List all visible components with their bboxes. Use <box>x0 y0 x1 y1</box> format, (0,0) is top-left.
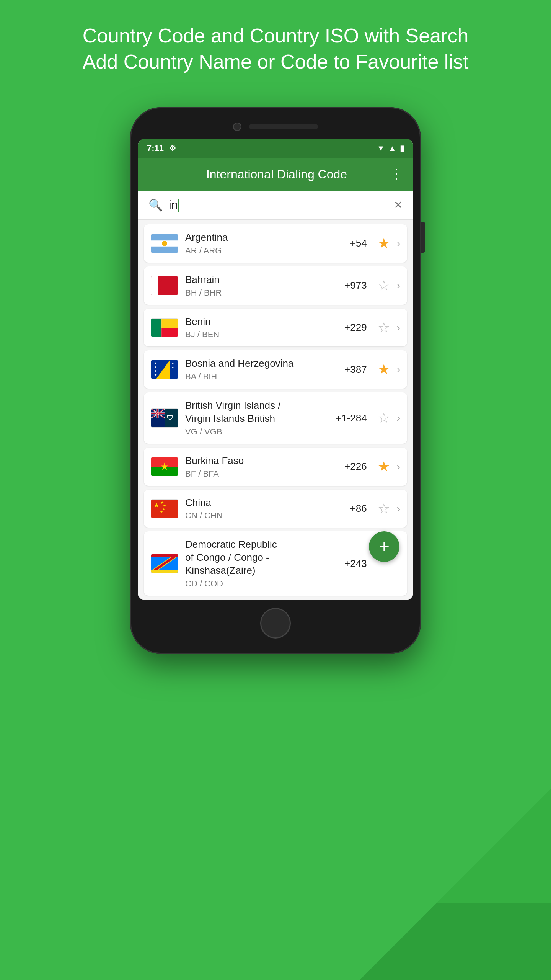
list-item[interactable]: Benin BJ / BEN +229 ☆ › <box>144 309 407 347</box>
flag-burkina <box>151 457 178 476</box>
svg-rect-7 <box>161 318 178 327</box>
country-code: +387 <box>333 364 367 376</box>
battery-icon: ▮ <box>400 144 404 153</box>
svg-rect-8 <box>161 328 178 337</box>
flag-china: ★ ★ ★ ★ ★ <box>151 499 178 518</box>
chevron-right-icon: › <box>397 461 400 473</box>
search-bar: 🔍 in ✕ <box>138 191 413 220</box>
flag-bahrain <box>151 276 178 295</box>
svg-text:★: ★ <box>171 366 174 369</box>
flag-benin <box>151 318 178 337</box>
svg-rect-43 <box>151 554 178 557</box>
svg-text:★: ★ <box>154 373 157 377</box>
country-code: +226 <box>333 461 367 472</box>
flag-bosnia: ★ ★ ★ ★ ★ ★ <box>151 360 178 379</box>
country-iso: AR / ARG <box>185 246 326 256</box>
country-info: China CN / CHN <box>185 497 326 521</box>
country-info: Argentina AR / ARG <box>185 231 326 256</box>
list-item[interactable]: Democratic Republicof Congo / Congo -Kin… <box>144 531 407 595</box>
svg-text:★: ★ <box>154 362 157 366</box>
favourite-button[interactable]: ★ <box>378 237 390 250</box>
add-button[interactable]: + <box>369 531 399 562</box>
country-name: British Virgin Islands /Virgin Islands B… <box>185 399 326 425</box>
camera <box>233 122 241 131</box>
flag-argentina <box>151 234 178 253</box>
clear-search-button[interactable]: ✕ <box>394 199 403 211</box>
chevron-right-icon: › <box>397 363 400 376</box>
country-name: Bahrain <box>185 273 326 286</box>
chevron-right-icon: › <box>397 412 400 424</box>
flag-bvi: 🛡 <box>151 408 178 428</box>
country-name: Democratic Republicof Congo / Congo -Kin… <box>185 538 326 577</box>
country-info: Benin BJ / BEN <box>185 315 326 340</box>
svg-text:🛡: 🛡 <box>167 414 174 421</box>
home-button[interactable] <box>260 608 291 639</box>
country-list: Argentina AR / ARG +54 ★ › <box>138 220 413 600</box>
list-item[interactable]: Burkina Faso BF / BFA +226 ★ › <box>144 448 407 486</box>
country-iso: BJ / BEN <box>185 330 326 340</box>
svg-text:★: ★ <box>154 369 157 373</box>
country-iso: BA / BIH <box>185 372 326 382</box>
phone-bottom-bar <box>138 608 413 639</box>
phone-screen: 7:11 ⚙ ▼ ▲ ▮ International Dialing Code … <box>138 139 413 600</box>
app-description: Country Code and Country ISO with Search… <box>0 23 551 75</box>
country-code: +86 <box>333 503 367 514</box>
country-info: Democratic Republicof Congo / Congo -Kin… <box>185 538 326 588</box>
status-bar: 7:11 ⚙ ▼ ▲ ▮ <box>138 139 413 158</box>
settings-icon: ⚙ <box>169 144 176 153</box>
list-item[interactable]: ★ ★ ★ ★ ★ China CN / CHN +86 ☆ › <box>144 490 407 528</box>
country-code: +973 <box>333 279 367 291</box>
search-input[interactable]: in <box>169 198 388 212</box>
country-code: +1-284 <box>333 412 367 424</box>
list-item[interactable]: Bahrain BH / BHR +973 ☆ › <box>144 266 407 305</box>
chevron-right-icon: › <box>397 237 400 250</box>
list-item[interactable]: ★ ★ ★ ★ ★ ★ Bosnia and Herzegovina BA / … <box>144 350 407 389</box>
favourite-button[interactable]: ★ <box>378 363 390 376</box>
country-info: British Virgin Islands /Virgin Islands B… <box>185 399 326 437</box>
country-name: Burkina Faso <box>185 454 326 467</box>
country-name: Argentina <box>185 231 326 244</box>
list-item[interactable]: 🛡 British Virgin Islands /Virgin Islands… <box>144 392 407 444</box>
menu-button[interactable]: ⋮ <box>390 166 403 182</box>
country-iso: CD / COD <box>185 579 326 589</box>
country-info: Bosnia and Herzegovina BA / BIH <box>185 357 326 382</box>
app-bar: International Dialing Code ⋮ <box>138 158 413 191</box>
svg-text:★: ★ <box>153 501 160 509</box>
signal-icon: ▲ <box>388 144 396 153</box>
country-code: +243 <box>333 558 367 570</box>
country-iso: BH / BHR <box>185 288 326 298</box>
svg-rect-6 <box>151 318 161 337</box>
chevron-right-icon: › <box>397 503 400 515</box>
country-code: +54 <box>333 237 367 249</box>
search-icon: 🔍 <box>148 198 163 212</box>
volume-button <box>421 222 425 253</box>
country-iso: VG / VGB <box>185 427 326 437</box>
svg-rect-4 <box>151 276 158 295</box>
wifi-icon: ▼ <box>377 144 385 153</box>
phone-top-bar <box>138 122 413 131</box>
chevron-right-icon: › <box>397 322 400 334</box>
country-name: China <box>185 497 326 510</box>
phone-mockup: 7:11 ⚙ ▼ ▲ ▮ International Dialing Code … <box>130 107 421 654</box>
country-iso: CN / CHN <box>185 511 326 521</box>
description-line1: Country Code and Country ISO with Search <box>31 23 520 49</box>
favourite-button[interactable]: ☆ <box>378 279 390 292</box>
description-line2: Add Country Name or Code to Favourite li… <box>31 49 520 75</box>
chevron-right-icon: › <box>397 279 400 292</box>
favourite-button[interactable]: ☆ <box>378 321 390 335</box>
app-title: International Dialing Code <box>164 167 390 181</box>
svg-text:★: ★ <box>160 510 163 513</box>
country-code: +229 <box>333 322 367 333</box>
favourite-button[interactable]: ☆ <box>378 411 390 425</box>
country-name: Bosnia and Herzegovina <box>185 357 326 370</box>
speaker <box>249 124 318 129</box>
svg-point-2 <box>162 241 167 246</box>
flag-drc <box>151 554 178 573</box>
country-info: Burkina Faso BF / BFA <box>185 454 326 479</box>
status-time: 7:11 <box>147 143 164 153</box>
svg-rect-42 <box>151 570 178 573</box>
list-item[interactable]: Argentina AR / ARG +54 ★ › <box>144 224 407 263</box>
country-iso: BF / BFA <box>185 469 326 479</box>
favourite-button[interactable]: ★ <box>378 460 390 474</box>
favourite-button[interactable]: ☆ <box>378 502 390 516</box>
